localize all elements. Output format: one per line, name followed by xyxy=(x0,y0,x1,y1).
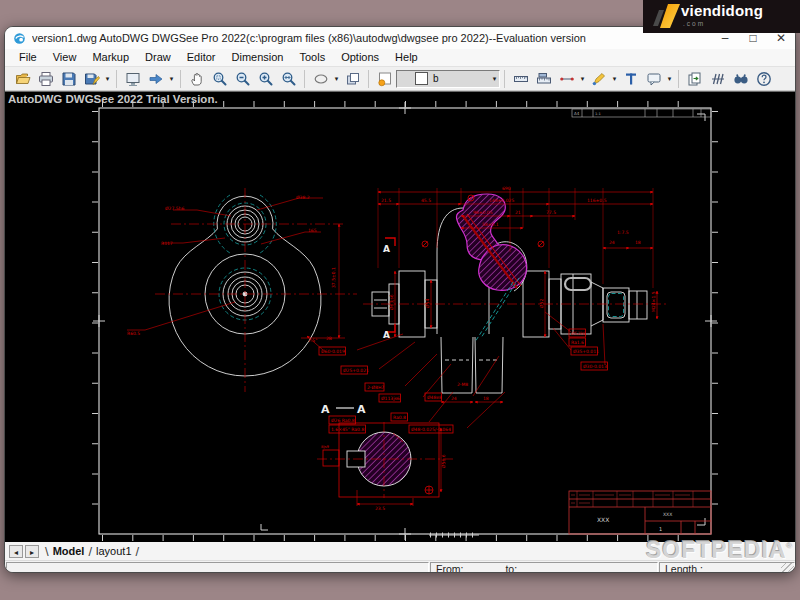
print-button[interactable] xyxy=(34,68,57,90)
fence-icon xyxy=(710,71,726,87)
zoom-out-icon xyxy=(235,71,251,87)
menu-tools[interactable]: Tools xyxy=(291,49,333,66)
toolbar-separator xyxy=(678,70,679,88)
svg-text:8js9: 8js9 xyxy=(321,444,329,449)
svg-text:1:7.5: 1:7.5 xyxy=(617,230,629,235)
measure-area-button[interactable] xyxy=(532,68,555,90)
svg-text:98±0.05: 98±0.05 xyxy=(473,210,493,215)
draw-ellipse-button[interactable] xyxy=(309,68,332,90)
softpedia-text: SOFTPEDIA xyxy=(646,537,787,563)
svg-text:Ø54: Ø54 xyxy=(425,299,430,308)
menu-dimension[interactable]: Dimension xyxy=(224,49,292,66)
svg-text:24: 24 xyxy=(609,240,615,245)
layer-color-icon xyxy=(377,71,393,87)
forward-dropdown[interactable]: ▾ xyxy=(167,68,176,90)
svg-text:A: A xyxy=(321,403,330,416)
pan-button[interactable] xyxy=(185,68,208,90)
save-button[interactable] xyxy=(57,68,80,90)
svg-text:A: A xyxy=(357,403,366,416)
menu-view[interactable]: View xyxy=(45,49,85,66)
measure-dropdown[interactable]: ▾ xyxy=(578,68,587,90)
menu-editor[interactable]: Editor xyxy=(179,49,224,66)
status-coords-panel: From: to: xyxy=(430,562,658,573)
svg-text:Ø38.2: Ø38.2 xyxy=(296,195,310,200)
brand-logo-icon xyxy=(651,3,681,30)
comment-button[interactable] xyxy=(642,68,665,90)
menu-draw[interactable]: Draw xyxy=(137,49,179,66)
svg-text:Ø48e8: Ø48e8 xyxy=(427,395,442,400)
drawing-canvas[interactable]: AutoDWG DWGSee 2022 Trial Version. xyxy=(5,91,795,542)
menu-file[interactable]: File xyxy=(11,49,45,66)
svg-text:A: A xyxy=(383,330,390,340)
open-folder-icon xyxy=(15,71,31,87)
measure-button[interactable] xyxy=(509,68,532,90)
window-title: version1.dwg AutoDWG DWGSee Pro 2022(c:\… xyxy=(32,32,586,44)
svg-text:Ø113js6: Ø113js6 xyxy=(381,396,400,401)
svg-text:XXX: XXX xyxy=(597,516,609,523)
zoom-window-button[interactable] xyxy=(208,68,231,90)
copy-pages-icon xyxy=(687,71,703,87)
svg-text:Ø63js6: Ø63js6 xyxy=(389,294,394,310)
title-block xyxy=(569,491,711,534)
save-as-dropdown[interactable]: ▾ xyxy=(103,68,112,90)
tab-model[interactable]: Model xyxy=(53,545,85,557)
open-button[interactable] xyxy=(11,68,34,90)
svg-text:165: 165 xyxy=(308,228,317,233)
svg-text:18: 18 xyxy=(635,240,641,245)
trial-watermark: AutoDWG DWGSee 2022 Trial Version. xyxy=(8,93,218,105)
tab-divider: / xyxy=(136,544,140,559)
color-style-combo[interactable]: b ▾ xyxy=(396,70,500,88)
color-swatch xyxy=(415,72,428,85)
fence-button[interactable] xyxy=(706,68,729,90)
copy-page-button[interactable] xyxy=(683,68,706,90)
svg-text:2B: 2B xyxy=(326,336,332,341)
resize-grip[interactable] xyxy=(781,563,794,573)
save-as-button[interactable] xyxy=(80,68,103,90)
layer-color-button[interactable] xyxy=(373,68,396,90)
svg-text:Ø30-0.013: Ø30-0.013 xyxy=(583,364,607,369)
help-icon xyxy=(756,71,772,87)
tab-divider: / xyxy=(88,544,92,559)
marker-dropdown[interactable]: ▾ xyxy=(610,68,619,90)
status-from-label: From: xyxy=(436,563,463,574)
monitor-icon xyxy=(125,71,141,87)
tab-scroll-right-button[interactable]: ▸ xyxy=(25,545,39,558)
menu-markup[interactable]: Markup xyxy=(84,49,137,66)
draw-tool-dropdown[interactable]: ▾ xyxy=(332,68,341,90)
forward-button[interactable] xyxy=(144,68,167,90)
printer-icon xyxy=(38,71,54,87)
find-button[interactable] xyxy=(729,68,752,90)
layers-button[interactable] xyxy=(341,68,364,90)
binoculars-icon xyxy=(733,71,749,87)
help-button[interactable] xyxy=(752,68,775,90)
svg-text:58±0.1: 58±0.1 xyxy=(482,222,499,227)
zoom-in-button[interactable] xyxy=(254,68,277,90)
tab-scroll-left-button[interactable]: ◂ xyxy=(9,545,23,558)
marker-pen-button[interactable] xyxy=(587,68,610,90)
text-tool-button[interactable] xyxy=(619,68,642,90)
status-to-label: to: xyxy=(505,563,517,574)
svg-text:XXX: XXX xyxy=(663,512,672,517)
brand-name: viendidong xyxy=(681,2,763,19)
toolbar-separator xyxy=(116,70,117,88)
menu-help[interactable]: Help xyxy=(387,49,426,66)
zoom-out-button[interactable] xyxy=(231,68,254,90)
svg-text:2-Ø8H7: 2-Ø8H7 xyxy=(367,385,384,390)
svg-text:Ø35+0.011: Ø35+0.011 xyxy=(573,349,599,354)
svg-text:Ø25+0.021: Ø25+0.021 xyxy=(343,368,369,373)
comment-dropdown[interactable]: ▾ xyxy=(665,68,674,90)
toolbar-separator xyxy=(368,70,369,88)
measure-distance-button[interactable] xyxy=(555,68,578,90)
svg-text:Ra1.6: Ra1.6 xyxy=(571,340,584,345)
zoom-extents-button[interactable] xyxy=(277,68,300,90)
brand-overlay: viendidong .com xyxy=(643,0,800,33)
layout-view-button[interactable] xyxy=(121,68,144,90)
svg-text:M24×1.5: M24×1.5 xyxy=(651,291,656,312)
combo-dropdown[interactable]: ▾ xyxy=(490,68,499,90)
app-icon xyxy=(13,32,26,45)
svg-text:148±0.025: 148±0.025 xyxy=(489,198,514,203)
toolbar-separator xyxy=(180,70,181,88)
tab-layout1[interactable]: layout1 xyxy=(96,545,131,557)
menu-options[interactable]: Options xyxy=(333,49,387,66)
svg-text:45.5: 45.5 xyxy=(421,198,431,203)
